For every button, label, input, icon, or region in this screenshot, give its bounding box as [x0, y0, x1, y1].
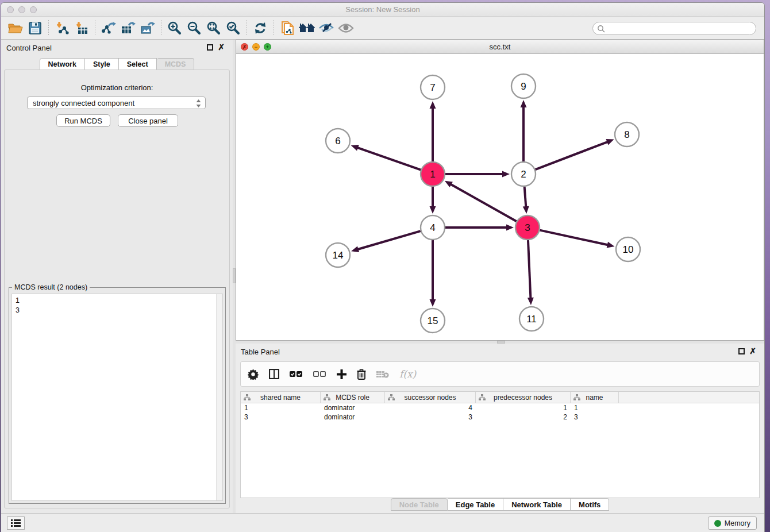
network-canvas[interactable]: 7968124314101511 — [236, 54, 764, 340]
graph-edge-3-1[interactable] — [450, 184, 516, 221]
graph-node-1[interactable]: 1 — [421, 162, 445, 186]
tab-mcds[interactable]: MCDS — [157, 58, 195, 70]
table-cell[interactable]: dominator — [321, 413, 385, 422]
graph-node-7[interactable]: 7 — [421, 75, 445, 99]
select-stepper-icon — [195, 99, 202, 108]
column-header-mcds-role[interactable]: MCDS role — [321, 392, 385, 403]
graph-edge-3-10[interactable] — [540, 230, 608, 245]
refresh-icon[interactable] — [251, 20, 270, 37]
edge-arrowhead — [502, 171, 510, 178]
result-scrollbar[interactable] — [216, 294, 222, 500]
create-column-icon[interactable] — [337, 369, 346, 379]
table-panel: Table Panel ✗ — [236, 344, 764, 513]
main-toolbar — [1, 17, 764, 40]
graph-edge-3-11[interactable] — [528, 240, 530, 299]
edge-arrowhead — [523, 206, 529, 214]
column-header-name[interactable]: name — [571, 392, 619, 403]
run-mcds-button[interactable]: Run MCDS — [56, 114, 110, 127]
graph-node-14[interactable]: 14 — [326, 243, 350, 267]
close-panel-button[interactable]: Close panel — [118, 114, 178, 127]
graph-edge-1-6[interactable] — [357, 148, 421, 170]
table-row[interactable]: 3dominator323 — [241, 413, 759, 422]
column-header-predecessor-nodes[interactable]: predecessor nodes — [476, 392, 571, 403]
float-table-panel-icon[interactable] — [738, 348, 745, 354]
export-network-icon[interactable] — [99, 20, 118, 37]
select-all-columns-icon[interactable] — [290, 371, 303, 377]
graph-node-2[interactable]: 2 — [511, 162, 536, 186]
table-header-row: shared nameMCDS rolesuccessor nodesprede… — [241, 392, 759, 403]
tab-select[interactable]: Select — [119, 58, 157, 70]
optimization-criterion-label: Optimization criterion: — [5, 83, 229, 92]
table-tab-motifs[interactable]: Motifs — [571, 498, 609, 511]
first-neighbors-icon[interactable] — [278, 20, 297, 37]
column-header-successor-nodes[interactable]: successor nodes — [385, 392, 476, 403]
mcds-result-fieldset: MCDS result (2 nodes) 13 — [9, 287, 226, 504]
table-tabs: Node TableEdge TableNetwork TableMotifs — [236, 498, 764, 511]
mcds-result-list[interactable]: 13 — [11, 294, 223, 501]
zoom-out-icon[interactable] — [184, 20, 204, 37]
svg-text:6: 6 — [335, 136, 340, 147]
hide-eye-icon[interactable] — [317, 20, 336, 37]
table-cell[interactable]: 1 — [571, 403, 619, 413]
close-panel-icon[interactable]: ✗ — [218, 43, 225, 52]
zoom-selected-icon[interactable] — [224, 20, 243, 37]
graph-node-9[interactable]: 9 — [511, 74, 536, 98]
table-cell[interactable]: 4 — [385, 403, 476, 413]
export-image-icon[interactable] — [138, 20, 157, 37]
svg-text:15: 15 — [428, 315, 438, 326]
delete-column-trash-icon[interactable] — [357, 369, 366, 380]
graph-node-11[interactable]: 11 — [519, 307, 544, 331]
column-header-shared-name[interactable]: shared name — [241, 392, 321, 403]
graph-node-6[interactable]: 6 — [326, 129, 350, 153]
graph-node-4[interactable]: 4 — [421, 215, 445, 240]
table-cell[interactable]: 3 — [385, 413, 476, 422]
table-cell[interactable]: 2 — [476, 413, 571, 422]
mcds-result-node: 1 — [16, 296, 222, 306]
tab-style[interactable]: Style — [85, 58, 119, 70]
cyndex-home-icon[interactable] — [297, 20, 317, 37]
show-column-panel-icon[interactable] — [269, 369, 279, 379]
import-network-icon[interactable] — [52, 20, 72, 37]
table-cell[interactable]: 1 — [241, 403, 321, 413]
search-input[interactable] — [607, 25, 756, 33]
table-cell[interactable]: 3 — [571, 413, 619, 422]
graph-node-8[interactable]: 8 — [615, 122, 639, 147]
graph-edge-2-8[interactable] — [536, 142, 609, 170]
table-cell[interactable]: 3 — [241, 413, 321, 422]
import-table-icon[interactable] — [72, 20, 91, 37]
edge-arrowhead — [430, 206, 436, 214]
table-tab-node-table[interactable]: Node Table — [391, 498, 448, 511]
table-tab-network-table[interactable]: Network Table — [503, 498, 571, 511]
unselect-all-columns-icon[interactable] — [313, 371, 326, 377]
show-eye-icon[interactable] — [336, 20, 356, 37]
save-session-icon[interactable] — [25, 20, 45, 37]
table-cell[interactable]: 1 — [476, 403, 571, 413]
mcds-result-node: 3 — [16, 306, 222, 315]
svg-text:4: 4 — [430, 222, 435, 233]
zoom-fit-icon[interactable] — [204, 20, 224, 37]
table-settings-gear-icon[interactable] — [248, 369, 259, 380]
zoom-in-icon[interactable] — [165, 20, 184, 37]
node-table[interactable]: shared nameMCDS rolesuccessor nodesprede… — [240, 391, 760, 498]
toolbar-separator — [95, 20, 95, 36]
graph-edge-2-3[interactable] — [525, 187, 526, 207]
table-tab-edge-table[interactable]: Edge Table — [448, 498, 503, 511]
search-field[interactable] — [592, 22, 756, 35]
table-cell[interactable]: dominator — [321, 403, 385, 413]
graph-node-15[interactable]: 15 — [421, 309, 445, 333]
graph-node-10[interactable]: 10 — [616, 237, 640, 261]
optimization-criterion-select[interactable]: strongly connected component — [27, 97, 206, 109]
task-history-button[interactable] — [7, 516, 25, 530]
open-session-icon[interactable] — [6, 20, 25, 37]
table-row[interactable]: 1dominator411 — [241, 403, 759, 413]
float-panel-icon[interactable] — [207, 44, 213, 51]
svg-text:3: 3 — [525, 222, 530, 233]
memory-button[interactable]: Memory — [708, 516, 757, 530]
network-graph: 7968124314101511 — [236, 54, 764, 340]
graph-node-3[interactable]: 3 — [515, 215, 540, 240]
close-table-panel-icon[interactable]: ✗ — [749, 346, 756, 356]
export-table-icon[interactable] — [118, 20, 138, 37]
edge-arrowhead — [351, 145, 359, 151]
tab-network[interactable]: Network — [40, 58, 85, 70]
graph-edge-4-14[interactable] — [357, 231, 421, 249]
